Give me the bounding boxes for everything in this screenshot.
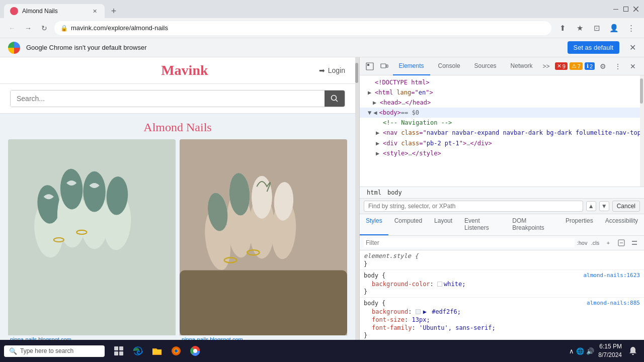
network-icon[interactable]: 🌐	[576, 347, 584, 355]
notification-close-button[interactable]: ✕	[629, 43, 636, 52]
nail-image-1	[8, 139, 176, 335]
login-button[interactable]: ➡ Login	[319, 66, 345, 74]
styles-tabs: Styles Computed Layout Event Listeners D…	[360, 214, 644, 236]
html-line: ▶ <html lang="en">	[360, 87, 640, 98]
svg-rect-41	[119, 346, 123, 350]
find-next-button[interactable]: ▼	[599, 201, 609, 211]
find-bar: ▲ ▼ Cancel	[360, 199, 644, 214]
css-source-link[interactable]: almond-nails:1623	[583, 272, 640, 280]
expand-arrow[interactable]: ▶	[376, 139, 383, 148]
breadcrumb-html[interactable]: html	[364, 188, 384, 197]
close-button[interactable]	[632, 5, 640, 13]
share-button[interactable]: ⬆	[555, 21, 570, 35]
notification-center-button[interactable]	[626, 344, 640, 358]
back-button[interactable]: ←	[6, 22, 18, 34]
maximize-button[interactable]	[622, 5, 630, 13]
devtools-close-button[interactable]: ✕	[626, 59, 640, 73]
minimize-button[interactable]	[612, 5, 620, 13]
devtools-more-button[interactable]: ⋮	[611, 59, 625, 73]
split-view-button[interactable]: ⊡	[590, 21, 604, 35]
css-prop-line: background-color : white;	[364, 280, 640, 288]
device-toggle-button[interactable]	[378, 59, 391, 73]
expand-arrow[interactable]: ▶	[373, 98, 380, 107]
menu-button[interactable]: ⋮	[624, 21, 638, 35]
css-rule-close: }	[364, 288, 640, 295]
tab-styles[interactable]: Styles	[360, 214, 388, 235]
search-input[interactable]	[11, 90, 325, 107]
comment-node: <!-- <!-- Navigation -->Navigation -->	[383, 118, 452, 127]
find-prev-button[interactable]: ▲	[586, 201, 596, 211]
tab-event-listeners[interactable]: Event Listeners	[458, 214, 506, 235]
filter-input[interactable]	[364, 238, 575, 247]
new-rule-button[interactable]	[616, 237, 627, 248]
tag-div: <div class="pb-2 pt-1">	[383, 139, 466, 148]
firefox-button[interactable]	[168, 343, 184, 359]
tab-accessibility[interactable]: Accessibility	[599, 214, 644, 235]
svg-line-5	[336, 100, 338, 102]
filter-bar: :hov .cls +	[360, 236, 644, 250]
find-input[interactable]	[364, 201, 583, 212]
url-bar[interactable]: 🔒 mavink.com/explore/almond-nails	[54, 21, 551, 35]
site-header: Mavink ➡ Login	[0, 57, 355, 84]
taskbar-right: ∧ 🌐 🔊 6:15 PM 8/7/2024	[569, 342, 640, 359]
tab-favicon	[10, 7, 18, 15]
set-default-button[interactable]: Set as default	[568, 41, 620, 54]
profile-button[interactable]: 👤	[607, 21, 621, 35]
taskbar-search[interactable]: 🔍 Type here to search	[4, 345, 105, 357]
task-view-button[interactable]	[111, 343, 127, 359]
reload-button[interactable]: ↻	[38, 22, 50, 34]
file-explorer-button[interactable]	[149, 343, 165, 359]
login-label: Login	[328, 66, 345, 74]
css-value: white;	[437, 281, 465, 288]
tab-close-button[interactable]: ✕	[91, 7, 99, 15]
address-bar: ← → ↻ 🔒 mavink.com/explore/almond-nails …	[0, 18, 644, 38]
info-badge: ℹ 2	[585, 62, 595, 70]
html-scroll-wrapper: <!DOCTYPE html> ▶ <html lang="en"> ▶ <he…	[360, 75, 644, 187]
clock[interactable]: 6:15 PM 8/7/2024	[598, 342, 622, 359]
tab-elements[interactable]: Elements	[393, 57, 430, 75]
expand-arrow[interactable]: ▶	[368, 88, 375, 97]
logo-text: avink	[175, 62, 208, 78]
inline-text-style: …	[409, 149, 412, 158]
tab-computed[interactable]: Computed	[388, 214, 428, 235]
css-value: 'Ubuntu', sans-serif;	[419, 324, 496, 331]
chevron-up-icon[interactable]: ∧	[569, 347, 574, 355]
color-swatch[interactable]	[437, 282, 442, 287]
edge-browser-button[interactable]	[130, 343, 146, 359]
tab-layout[interactable]: Layout	[428, 214, 458, 235]
tab-sources[interactable]: Sources	[468, 57, 503, 75]
inspect-element-button[interactable]	[364, 59, 376, 73]
add-style-button[interactable]: +	[603, 237, 614, 248]
forward-button[interactable]: →	[22, 22, 34, 34]
more-tabs-button[interactable]: >>	[541, 63, 552, 70]
devtools-body: <!DOCTYPE html> ▶ <html lang="en"> ▶ <he…	[360, 75, 644, 361]
tag-style-close: </style>	[412, 149, 441, 158]
bookmark-button[interactable]: ★	[573, 21, 587, 35]
find-cancel-button[interactable]: Cancel	[612, 201, 640, 212]
chrome-button[interactable]	[187, 343, 203, 359]
tag-html: <html lang="en">	[375, 88, 433, 97]
nail-image-2	[180, 139, 347, 335]
expand-arrow[interactable]: ▶	[376, 149, 383, 158]
toggle-classes-button[interactable]	[629, 237, 640, 248]
tab-console[interactable]: Console	[432, 57, 466, 75]
devtools-settings-button[interactable]: ⚙	[596, 59, 610, 73]
tab-network[interactable]: Network	[505, 57, 539, 75]
volume-icon[interactable]: 🔊	[586, 347, 594, 355]
hover-state-button[interactable]: :hov	[577, 237, 588, 248]
new-tab-button[interactable]: +	[107, 4, 121, 18]
html-scrollbar[interactable]	[640, 75, 644, 187]
active-tab[interactable]: Almond Nails ✕	[4, 4, 105, 18]
search-button[interactable]	[325, 90, 345, 107]
site-scrollbar[interactable]	[355, 57, 359, 361]
tab-properties[interactable]: Properties	[559, 214, 599, 235]
color-swatch[interactable]	[416, 309, 421, 314]
css-rule-close: }	[364, 260, 640, 267]
html-scroll-thumb	[640, 78, 643, 104]
page-title: Almond Nails	[0, 114, 355, 139]
expand-arrow[interactable]: ▶	[376, 128, 383, 137]
breadcrumb-body[interactable]: body	[384, 188, 405, 197]
css-source-link[interactable]: almond-nails:885	[587, 300, 640, 308]
tab-dom-breakpoints[interactable]: DOM Breakpoints	[506, 214, 559, 235]
class-filter-button[interactable]: .cls	[590, 237, 601, 248]
